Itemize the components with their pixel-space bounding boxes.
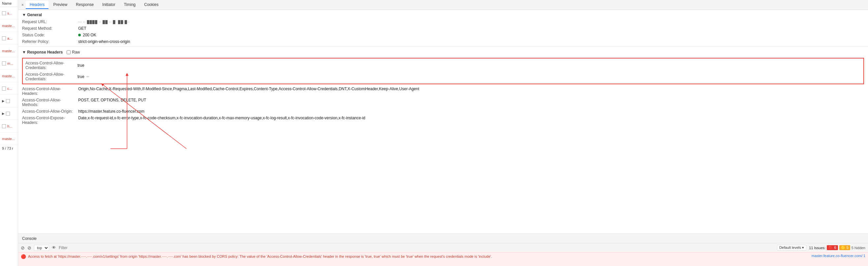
row-checkbox[interactable] [6,99,10,103]
request-method-label: Request Method: [22,26,78,31]
content-area: ▼ General Request URL: ··· ·· ████ ·· ██… [18,10,868,234]
tab-initiator[interactable]: Initiator [98,1,119,9]
left-panel-header: Name [0,0,18,7]
tab-cookies[interactable]: Cookies [140,1,162,9]
warn-badge: 🟡 5 [839,245,850,250]
allow-methods-row: Access-Control-Allow-Methods: POST, GET,… [18,97,868,108]
top-selector-container: top [34,245,49,251]
expose-headers-value: Date,x-fc-request-id,x-fc-error-type,x-f… [78,116,365,125]
general-toggle[interactable]: ▼ General [22,12,42,17]
error-log-text: Access to fetch at 'https://master.·····… [28,254,806,259]
list-item[interactable]: m... [0,57,18,70]
expose-headers-label: Access-Control-Expose-Headers: [22,116,78,125]
request-url-label: Request URL: [22,20,78,24]
bottom-right: Default levels ▾ 11 Issues: 🔴 6 🟡 5 5 hi… [777,245,865,250]
divider [18,46,868,47]
status-dot [78,34,81,36]
row-checkbox[interactable] [2,61,6,65]
highlight-row-1: Access-Control-Allow-Credentials: true [23,60,863,71]
eye-icon[interactable]: 👁 [52,245,56,250]
request-method-row: Request Method: GET [18,25,868,32]
highlight-value-2: true ✏ [78,72,89,81]
filter-icon[interactable]: ⊘ [27,245,31,250]
list-item[interactable]: h... [0,120,18,133]
allow-origin-value: https://master.feature.co-fluencer.com [78,109,145,114]
highlight-row-2: Access-Control-Allow-Credentials: true ✏ [23,71,863,82]
referrer-policy-row: Referrer Policy: strict-origin-when-cros… [18,38,868,45]
tab-response[interactable]: Response [72,1,98,9]
expose-headers-row: Access-Control-Expose-Headers: Date,x-fc… [18,115,868,126]
top-selector[interactable]: top [34,245,49,251]
tab-preview[interactable]: Preview [49,1,71,9]
expand-arrow[interactable]: ▶ [2,99,5,103]
response-headers-bar: ▼ Response Headers Raw [18,48,868,56]
filter-input[interactable] [59,245,98,250]
request-url-row: Request URL: ··· ·· ████ ·· ██ ·· █· ██·… [18,19,868,25]
expand-arrow[interactable]: ▶ [2,112,5,115]
response-headers-section-header[interactable]: ▼ Response Headers [22,50,63,55]
request-method-value: GET [78,26,87,31]
right-panel: × Headers Preview Response Initiator Tim… [18,0,868,266]
left-panel: Name s... maste... a... maste... m... ma… [0,0,18,266]
allow-origin-row: Access-Control-Allow-Origin: https://mas… [18,108,868,115]
list-item[interactable]: c... [0,82,18,95]
referrer-policy-label: Referrer Policy: [22,39,78,44]
list-item[interactable]: ▶ [0,107,18,120]
console-clear-icon[interactable]: ⊘ [21,245,25,250]
error-log-icon: 🔴 [21,254,26,259]
row-checkbox[interactable] [2,124,6,128]
list-item[interactable]: s... [0,7,18,20]
close-icon[interactable]: × [20,2,25,8]
issues-count[interactable]: 11 Issues: 🔴 6 🟡 5 5 hidden [809,245,865,250]
list-item[interactable]: maste... [0,70,18,82]
allow-methods-value: POST, GET, OPTIONS, DELETE, PUT [78,98,146,107]
tab-bar: × Headers Preview Response Initiator Tim… [18,0,868,10]
list-item[interactable]: a... [0,32,18,45]
allow-headers-label: Access-Control-Allow-Headers: [22,86,78,96]
highlight-value-1: true [78,61,85,70]
bottom-toolbar: ⊘ ⊘ top 👁 Default levels ▾ 11 Issues: 🔴 … [18,243,868,252]
highlight-label-1: Access-Control-Allow-Credentials: [25,61,78,70]
tab-timing[interactable]: Timing [120,1,140,9]
highlighted-header-box: Access-Control-Allow-Credentials: true A… [22,58,864,84]
status-code-row: Status Code: 200 OK [18,32,868,38]
default-levels-button[interactable]: Default levels ▾ [777,245,806,250]
tab-headers[interactable]: Headers [26,1,49,9]
allow-origin-label: Access-Control-Allow-Origin: [22,109,78,114]
allow-methods-label: Access-Control-Allow-Methods: [22,98,78,107]
page-count: 9 / 73 r [0,145,18,152]
request-url-value: ··· ·· ████ ·· ██ ·· █· ██·█·· [78,20,130,24]
error-log-line: 🔴 Access to fetch at 'https://master.···… [18,252,868,266]
hidden-badge: 5 hidden [851,246,865,250]
list-item[interactable]: maste... [0,20,18,32]
status-code-label: Status Code: [22,33,78,37]
list-item[interactable]: ▶ [0,95,18,107]
main-content: ▼ General Request URL: ··· ·· ████ ·· ██… [18,10,868,126]
error-badge: 🔴 6 [827,245,838,250]
row-checkbox[interactable] [2,11,6,15]
allow-headers-value: Origin,No-Cache,X-Requested-With,If-Modi… [78,86,419,96]
list-item[interactable]: maste... [0,133,18,145]
general-section-header: ▼ General [18,10,868,19]
raw-checkbox-label[interactable]: Raw [67,50,80,55]
row-checkbox[interactable] [6,112,10,116]
row-checkbox[interactable] [2,86,6,90]
edit-icon[interactable]: ✏ [87,75,89,79]
allow-headers-row: Access-Control-Allow-Headers: Origin,No-… [18,86,868,97]
status-code-value: 200 OK [78,33,96,37]
error-log-source[interactable]: master.feature.co-fluencer.com/:1 [808,254,865,258]
list-item[interactable]: maste... [0,45,18,57]
row-checkbox[interactable] [2,36,6,40]
raw-checkbox-input[interactable] [67,50,71,54]
console-bar: Console [18,234,868,243]
referrer-policy-value: strict-origin-when-cross-origin [78,39,130,44]
highlight-label-2: Access-Control-Allow-Credentials: [25,72,78,81]
